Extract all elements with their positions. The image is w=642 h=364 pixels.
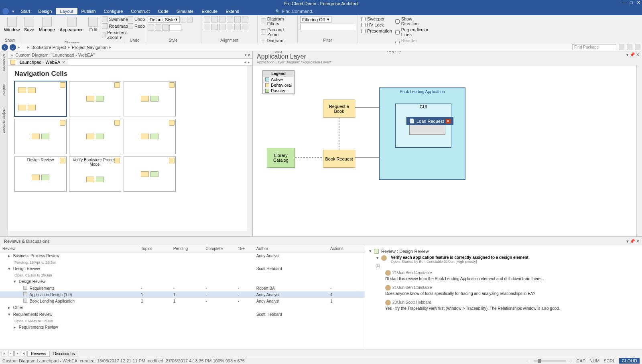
menu-tab-start[interactable]: Start xyxy=(17,8,34,14)
pane-close-icon[interactable]: ✕ xyxy=(636,52,640,57)
nav-cell[interactable]: Verify Bookstore Process Model xyxy=(69,157,121,192)
scrollbar-horizontal[interactable] xyxy=(8,231,252,236)
review-row[interactable]: Book Lending Application11--Andy Analyst… xyxy=(0,298,365,304)
find-command-input[interactable]: Find Command... xyxy=(282,9,315,14)
tab-nav-next[interactable]: › xyxy=(14,351,20,356)
pan-zoom-button[interactable]: Pan and Zoom xyxy=(260,27,295,37)
align-left-icon[interactable] xyxy=(204,16,210,22)
tab-nav-last[interactable]: ›| xyxy=(21,351,26,356)
appearance-button[interactable]: Appearance xyxy=(58,16,85,33)
redo-button[interactable]: Redo xyxy=(127,23,146,29)
perpendicular-checkbox[interactable]: Perpendicular Lines xyxy=(394,27,429,37)
tab-nav-prev[interactable]: ‹ xyxy=(8,351,14,356)
tab-close-icon[interactable]: ✕ xyxy=(62,60,65,65)
nav-cell[interactable] xyxy=(69,119,121,154)
app-menu-dropdown[interactable]: ▾ xyxy=(12,9,14,14)
discussion-expand-icon[interactable]: ▾ xyxy=(369,248,372,254)
review-row[interactable]: ▸ Business Process ReviewAndy Analyst xyxy=(0,252,365,260)
line-width-combo[interactable] xyxy=(169,24,181,31)
node-request-a-book[interactable]: Request a Book xyxy=(323,100,355,118)
show-direction-checkbox[interactable]: Show Direction xyxy=(394,16,429,26)
review-row[interactable]: Application Design (1.0)11--Andy Analyst… xyxy=(0,291,365,298)
bottom-tab-discussions[interactable]: Discussions xyxy=(50,351,78,357)
filter-text-input[interactable] xyxy=(300,24,356,30)
loan-delete-icon[interactable]: ✕ xyxy=(446,119,451,124)
align-middle-icon[interactable] xyxy=(234,16,241,22)
review-row[interactable]: ▾ Design Review xyxy=(0,278,365,285)
style-pick-icon[interactable] xyxy=(187,17,193,22)
bottom-tab-reviews[interactable]: Reviews xyxy=(27,351,50,357)
window-button[interactable]: Window xyxy=(2,16,21,33)
review-row[interactable]: ▸ Requirements Review xyxy=(0,324,365,331)
hv-lock-checkbox[interactable]: HV Lock xyxy=(360,22,393,28)
diagram-tab[interactable]: Launchpad - WebEA ✕ xyxy=(17,59,68,65)
tab-nav-first[interactable]: |‹ xyxy=(2,351,7,356)
scrollbar-vertical[interactable] xyxy=(247,66,252,231)
size-same-icon[interactable] xyxy=(219,24,226,30)
menu-tab-execute[interactable]: Execute xyxy=(197,8,221,14)
style-combo[interactable]: Default Style▾ xyxy=(148,16,180,23)
review-row[interactable]: ▾ Design ReviewScott Hebbard xyxy=(0,265,365,272)
space-v-icon[interactable] xyxy=(211,24,218,30)
node-book-request[interactable]: Book Request xyxy=(323,150,355,168)
align-right-icon[interactable] xyxy=(219,16,226,22)
edit-button[interactable]: Edit xyxy=(87,16,100,33)
node-loan-request[interactable] xyxy=(409,124,445,135)
filter-combo[interactable]: Filtering Off▾ xyxy=(300,16,331,23)
diagram-filters-button[interactable]: Diagram Filters xyxy=(260,16,295,26)
pane-dropdown-icon[interactable]: ▾ xyxy=(626,239,629,244)
sidebar-tab-resources[interactable]: Resources xyxy=(2,54,6,71)
scrollbar-vertical[interactable] xyxy=(636,65,642,236)
fill-icon[interactable] xyxy=(155,24,161,31)
style-brush-icon[interactable] xyxy=(181,17,186,22)
nav-cell[interactable] xyxy=(124,119,176,154)
pane-pin-icon[interactable]: 📌 xyxy=(630,239,635,244)
topic-expand-icon[interactable]: ▾ xyxy=(376,255,379,260)
nav-cell[interactable] xyxy=(69,81,121,116)
menu-tab-extend[interactable]: Extend xyxy=(221,8,243,14)
align-center-icon[interactable] xyxy=(211,16,218,22)
node-library-catalog[interactable]: Library Catalog xyxy=(267,148,295,168)
pane-dropdown-icon[interactable]: ▾ xyxy=(245,53,247,57)
nav-cell[interactable] xyxy=(14,81,67,116)
breadcrumb-item[interactable]: Project Navigation xyxy=(72,45,108,50)
size-w-icon[interactable] xyxy=(227,24,233,30)
menu-tab-design[interactable]: Design xyxy=(34,8,56,14)
pane-close-icon[interactable]: ✕ xyxy=(636,239,640,244)
menu-icon[interactable] xyxy=(635,45,640,50)
pane-close-icon[interactable]: ✕ xyxy=(248,53,251,57)
review-row[interactable]: Pending. 19/Apr to 28/Jun xyxy=(0,259,365,265)
find-package-input[interactable]: Find Package xyxy=(572,44,616,50)
undo-button[interactable]: Undo xyxy=(127,16,146,22)
sidebar-tab-toolbox[interactable]: Toolbox xyxy=(2,83,6,96)
review-row[interactable]: Open. 01/Jun to 29/Jun xyxy=(0,272,365,278)
save-button[interactable]: Save xyxy=(22,16,36,33)
nav-cell[interactable] xyxy=(124,157,176,192)
menu-tab-construct[interactable]: Construct xyxy=(127,8,154,14)
menu-tab-layout[interactable]: Layout xyxy=(56,8,77,14)
menu-tab-configure[interactable]: Configure xyxy=(100,8,127,14)
manage-button[interactable]: Manage xyxy=(37,16,57,33)
pane-pin-icon[interactable]: 📌 xyxy=(630,52,635,57)
presentation-checkbox[interactable]: Presentation xyxy=(360,28,393,34)
zoom-slider[interactable] xyxy=(534,360,566,362)
pane-dropdown-icon[interactable]: ▾ xyxy=(626,52,629,57)
grid-icon[interactable] xyxy=(627,45,632,50)
review-row[interactable]: Requirements----Robert BA- xyxy=(0,285,365,291)
font-a-icon[interactable] xyxy=(148,24,154,31)
review-row[interactable]: ▸ Other xyxy=(0,304,365,311)
nav-cell[interactable]: Design Review xyxy=(14,157,67,192)
menu-tab-code[interactable]: Code xyxy=(154,8,172,14)
review-row[interactable]: ▾ Requirements ReviewScott Hebbard xyxy=(0,311,365,318)
nav-cell[interactable] xyxy=(14,119,67,154)
space-h-icon[interactable] xyxy=(204,24,210,30)
nav-forward-button[interactable]: › xyxy=(10,44,16,51)
search-icon[interactable] xyxy=(619,45,624,50)
loan-request-popup[interactable]: 📄 Loan Request ✕ xyxy=(406,117,453,125)
close-button[interactable]: ✕ xyxy=(636,0,641,6)
review-row[interactable]: Open. 01/May to 12/Jun xyxy=(0,318,365,324)
sweeper-checkbox[interactable]: Sweeper xyxy=(360,16,393,22)
sidebar-tab-project-browser[interactable]: Project Browser xyxy=(2,108,6,133)
nav-cell[interactable] xyxy=(124,81,176,116)
align-bottom-icon[interactable] xyxy=(242,16,248,22)
